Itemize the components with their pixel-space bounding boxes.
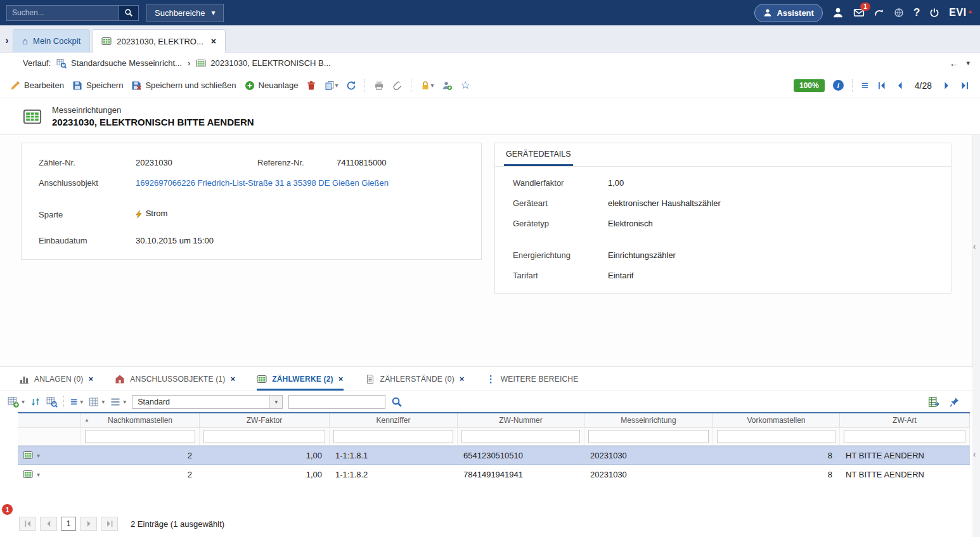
menu-button[interactable]: ≡ (861, 79, 868, 93)
column-header[interactable]: Vorkommastellen (713, 413, 840, 427)
tab-zaehlerstaende[interactable]: ZÄHLERSTÄNDE (0) × (365, 367, 465, 391)
inbox-button[interactable]: 1 (853, 7, 865, 18)
speichern-schliessen-button[interactable]: Speichern und schließen (131, 81, 236, 91)
search-button[interactable] (119, 5, 139, 21)
refresh-button[interactable] (346, 81, 356, 91)
tab-anlagen[interactable]: ANLAGEN (0) × (19, 367, 93, 391)
tab-mein-cockpit[interactable]: ⌂ Mein Cockpit (13, 29, 90, 52)
column-filter-input[interactable] (333, 430, 453, 443)
field-label: Sparte (39, 210, 63, 219)
column-layout-button[interactable]: ▾ (89, 397, 105, 407)
search-icon (391, 396, 403, 408)
tab-scroll-button[interactable]: › (1, 29, 13, 52)
chevron-down-icon[interactable]: ▾ (37, 471, 40, 478)
column-header[interactable]: ▲ Nachkommastellen (81, 413, 200, 427)
row-tools[interactable]: ▾ (18, 446, 81, 464)
neuanlage-button[interactable]: Neuanlage (245, 81, 299, 91)
chevron-down-icon[interactable]: ▾ (37, 452, 40, 459)
collapse-left-button[interactable]: ‹ (973, 242, 976, 251)
history-back-button[interactable]: ← (949, 58, 958, 68)
first-page-button[interactable] (19, 517, 36, 531)
apply-filter-button[interactable] (391, 396, 403, 408)
tab-geraetedetails[interactable]: GERÄTEDETAILS (504, 143, 573, 166)
favorite-button[interactable]: ☆ (460, 79, 470, 92)
anschlussobjekt-link[interactable]: 1692697066226 Friedrich-List-Straße 31 a… (136, 178, 389, 188)
column-header[interactable]: ZW-Art (840, 413, 970, 427)
close-icon[interactable]: × (89, 374, 94, 384)
search-input[interactable] (6, 5, 119, 21)
next-record-button[interactable] (941, 81, 951, 91)
logout-button[interactable] (929, 8, 939, 18)
row-tools[interactable]: ▾ (18, 465, 81, 484)
notification-badge[interactable]: 1 (1, 503, 13, 515)
close-icon[interactable]: × (211, 36, 216, 46)
last-page-button[interactable] (101, 517, 118, 531)
tab-record[interactable]: 20231030, ELEKTRO... × (92, 29, 226, 53)
column-header[interactable]: Kennziffer (330, 413, 458, 427)
grid-search-button[interactable] (46, 396, 58, 408)
print-button[interactable] (374, 81, 384, 91)
delete-button[interactable] (306, 81, 316, 91)
copy-button[interactable]: ▾ (325, 81, 338, 91)
chevron-down-icon[interactable]: ▾ (101, 398, 105, 405)
chevron-down-icon[interactable]: ▾ (335, 82, 338, 89)
column-filter-input[interactable] (844, 430, 965, 443)
column-label: Nachkommastellen (108, 416, 172, 425)
breadcrumb-item-search[interactable]: Standardsuche Messeinricht... (56, 58, 182, 68)
filter-cell (81, 428, 200, 445)
close-icon[interactable]: × (230, 374, 235, 384)
previous-page-button[interactable] (40, 517, 57, 531)
column-filter-input[interactable] (461, 430, 580, 443)
field-value: Einrichtungszähler (608, 250, 676, 260)
chevron-down-icon[interactable]: ▾ (123, 398, 126, 405)
speichern-button[interactable]: Speichern (72, 81, 124, 91)
lock-button[interactable]: ▾ (420, 81, 434, 91)
person-plus-icon (442, 81, 452, 91)
column-filter-input[interactable] (588, 430, 709, 443)
history-menu-button[interactable]: ▾ (966, 59, 970, 67)
next-page-button[interactable] (80, 517, 97, 531)
view-select[interactable]: Standard ▾ (132, 395, 283, 409)
first-record-button[interactable] (877, 81, 887, 91)
tab-zaehlwerke[interactable]: ZÄHLWERKE (2) × (257, 367, 343, 391)
close-icon[interactable]: × (338, 374, 344, 384)
assign-user-button[interactable] (442, 81, 452, 91)
column-header[interactable]: Messeinrichtung (584, 413, 713, 427)
last-record-button[interactable] (960, 81, 970, 91)
row-layout-button[interactable]: ▾ (110, 397, 126, 407)
user-button[interactable] (832, 7, 844, 18)
attachment-button[interactable] (392, 81, 403, 91)
column-filter-input[interactable] (85, 430, 195, 443)
new-row-button[interactable]: ▾ (8, 396, 25, 408)
excel-export-icon (928, 396, 939, 408)
export-excel-button[interactable] (928, 396, 939, 408)
column-header[interactable]: ZW-Nummer (458, 413, 584, 427)
grid-filter-input[interactable] (288, 395, 385, 409)
column-filter-input[interactable] (203, 430, 325, 443)
chevron-down-icon[interactable]: ▾ (430, 82, 434, 89)
suchbereiche-button[interactable]: Suchbereiche ▾ (146, 4, 224, 22)
column-filter-input[interactable] (717, 430, 835, 443)
current-page-indicator[interactable]: 1 (61, 517, 76, 531)
breadcrumb-item-record[interactable]: 20231030, ELEKTRONISCH B... (196, 58, 330, 68)
sort-filter-button[interactable] (30, 397, 41, 407)
share-button[interactable] (874, 8, 884, 18)
table-row[interactable]: ▾ 2 1,00 1-1:1.8.1 6541230510510 2023103… (18, 446, 970, 465)
chevron-down-icon[interactable]: ▾ (22, 398, 25, 405)
globe-button[interactable] (894, 8, 904, 18)
tab-weitere-bereiche[interactable]: ⋮ WEITERE BEREICHE (486, 367, 579, 391)
help-button[interactable]: ? (913, 6, 920, 19)
info-icon[interactable]: i (833, 80, 844, 91)
close-icon[interactable]: × (460, 374, 465, 384)
table-row[interactable]: ▾ 2 1,00 1-1:1.8.2 7841491941941 2023103… (18, 465, 970, 484)
previous-record-button[interactable] (895, 81, 905, 91)
column-header[interactable]: ZW-Faktor (200, 413, 330, 427)
bearbeiten-button[interactable]: Bearbeiten (10, 81, 64, 91)
global-search (6, 5, 139, 21)
chevron-down-icon[interactable]: ▾ (80, 398, 83, 405)
assistent-button[interactable]: Assistent (754, 4, 823, 22)
collapse-left-button[interactable]: ‹ (973, 450, 976, 459)
tab-anschlussobjekte[interactable]: ANSCHLUSSOBJEKTE (1) × (115, 367, 235, 391)
pin-button[interactable] (950, 397, 960, 407)
grid-menu-button[interactable]: ≡ ▾ (70, 395, 83, 409)
